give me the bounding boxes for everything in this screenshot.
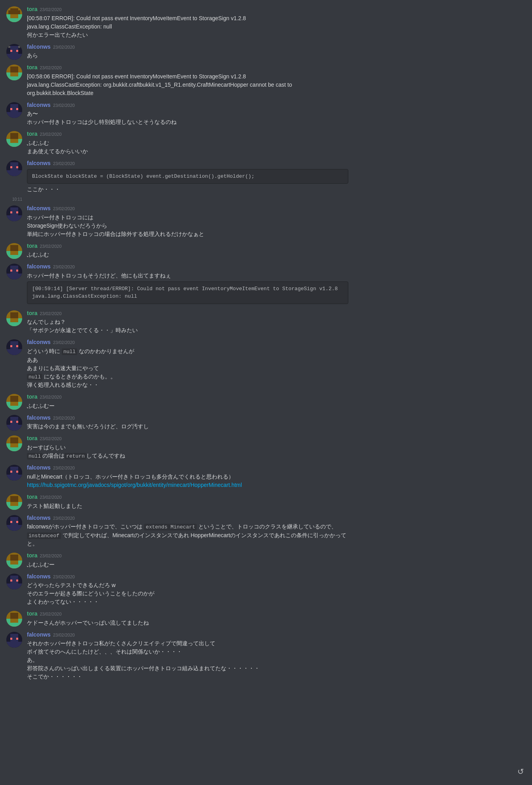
timestamp: 23/02/2020 <box>53 44 75 50</box>
svg-rect-64 <box>10 402 18 406</box>
message-text: あら <box>27 51 348 60</box>
inline-code: return <box>65 453 86 460</box>
svg-rect-36 <box>16 166 18 168</box>
message-content: falconws 23/02/2020 実害は今のままでも無いだろうけど、ログ汚… <box>27 414 348 431</box>
username: tora <box>27 435 37 443</box>
timestamp: 23/02/2020 <box>53 206 75 212</box>
message-content: tora 23/02/2020 テスト鯖起動しました <box>27 493 348 510</box>
avatar <box>6 494 22 510</box>
svg-rect-40 <box>10 211 12 213</box>
message-content: tora 23/02/2020 ふむふむ まあ使えてるからいいか <box>27 130 348 156</box>
message-content: tora 23/02/2020 [00:58:07 ERROR]: Could … <box>27 6 348 39</box>
message-text: あ〜 ホッパー付きトロッコは少し特別処理しないとそうなるのね <box>27 110 348 126</box>
message-group: falconws 23/02/2020 falconwsがホッパー付きトロッコで… <box>0 513 355 550</box>
avatar <box>6 515 22 531</box>
svg-rect-2 <box>8 10 10 14</box>
message-content: tora 23/02/2020 なんでしょね？ 「サボテンが永遠とでてくる・・」… <box>27 310 348 335</box>
svg-rect-42 <box>6 215 22 221</box>
message-text: 実害は今のままでも無いだろうけど、ログ汚すし <box>27 422 348 431</box>
username: falconws <box>27 160 51 167</box>
svg-rect-55 <box>10 318 18 322</box>
username: tora <box>27 393 37 401</box>
username: tora <box>27 552 37 560</box>
code-block: [00:59:14] [Server thread/ERROR]: Could … <box>27 281 348 304</box>
timestamp: 23/02/2020 <box>40 65 61 71</box>
message-content: falconws 23/02/2020 どうやったらテストできるんだろ w その… <box>27 573 348 606</box>
username: falconws <box>27 205 51 213</box>
code-block: BlockState blockState = (BlockState) eve… <box>27 169 348 184</box>
timestamp: 23/02/2020 <box>53 632 75 638</box>
inline-code: null <box>27 453 42 460</box>
message-text: おーすばらしい nullの場合はreturnしてるんですね <box>27 443 348 460</box>
inline-code: null <box>62 348 77 355</box>
username: falconws <box>27 464 51 472</box>
svg-rect-59 <box>16 345 18 347</box>
message-group: tora 23/02/2020 ケドーさんがホッパーでいっぱい流してましたね <box>0 608 355 629</box>
svg-rect-86 <box>16 521 18 523</box>
message-content: falconws 23/02/2020 あ〜 ホッパー付きトロッコは少し特別処理… <box>27 101 348 127</box>
svg-rect-25 <box>10 108 12 110</box>
avatar <box>6 415 22 431</box>
message-text: [00:58:07 ERROR]: Could not pass event I… <box>27 14 348 39</box>
message-text: ふむふむ まあ使えてるからいいか <box>27 139 348 156</box>
username: falconws <box>27 414 51 422</box>
svg-rect-68 <box>16 421 18 423</box>
svg-rect-49 <box>10 270 12 272</box>
username: tora <box>27 242 37 250</box>
avatar <box>6 553 22 568</box>
svg-rect-73 <box>10 443 18 447</box>
avatar <box>6 131 22 147</box>
svg-rect-26 <box>16 108 18 110</box>
svg-rect-15 <box>8 46 10 48</box>
svg-rect-35 <box>10 166 12 168</box>
avatar <box>6 65 22 80</box>
message-content: falconws 23/02/2020 それかホッパー付きトロッコ私がたくさんク… <box>27 631 348 681</box>
svg-rect-3 <box>18 10 20 14</box>
svg-rect-51 <box>6 274 22 279</box>
avatar <box>6 632 22 648</box>
timestamp: 23/02/2020 <box>53 415 75 421</box>
username: falconws <box>27 101 51 109</box>
avatar <box>6 394 22 410</box>
avatar <box>6 243 22 259</box>
svg-rect-100 <box>10 619 18 623</box>
svg-rect-87 <box>6 525 22 531</box>
timestamp: 23/02/2020 <box>53 465 75 471</box>
message-content: falconws 23/02/2020 ホッパー付きトロッコには Storage… <box>27 205 348 238</box>
svg-rect-46 <box>10 251 18 255</box>
link[interactable]: https://hub.spigotmc.org/javadocs/spigot… <box>27 482 242 488</box>
message-text: ホッパー付きトロッコもそうだけど、他にも出てますねぇ [00:59:14] [S… <box>27 272 348 304</box>
message-group: tora 23/02/2020 なんでしょね？ 「サボテンが永遠とでてくる・・」… <box>0 308 355 336</box>
svg-rect-82 <box>10 502 18 506</box>
message-header: tora 23/02/2020 <box>27 6 348 13</box>
message-header: tora 23/02/2020 <box>27 242 348 250</box>
jump-to-present-icon[interactable]: ↺ <box>516 764 526 779</box>
message-text: ふむふむー <box>27 402 348 410</box>
message-text: nullとMinecart（トロッコ、ホッパー付きトロッコも多分含んでくれると思… <box>27 473 348 489</box>
message-text: テスト鯖起動しました <box>27 502 348 510</box>
timestamp: 23/02/2020 <box>40 394 61 400</box>
message-header: falconws 23/02/2020 <box>27 464 348 472</box>
message-header: tora 23/02/2020 <box>27 393 348 401</box>
message-header: falconws 23/02/2020 <box>27 414 348 422</box>
message-content: tora 23/02/2020 ふむふむー <box>27 393 348 410</box>
username: falconws <box>27 338 51 346</box>
message-content: falconws 23/02/2020 nullとMinecart（トロッコ、ホ… <box>27 464 348 489</box>
message-header: falconws 23/02/2020 <box>27 160 348 167</box>
message-header: falconws 23/02/2020 <box>27 205 348 213</box>
chat-container: tora 23/02/2020 [00:58:07 ERROR]: Could … <box>0 0 355 687</box>
bottom-bar: ↺ <box>516 764 526 779</box>
message-text: BlockState blockState = (BlockState) eve… <box>27 169 348 194</box>
username: tora <box>27 493 37 501</box>
message-text: それかホッパー付きトロッコ私がたくさんクリエイティブで間違って出して ポイ捨てそ… <box>27 639 348 681</box>
message-header: tora 23/02/2020 <box>27 130 348 138</box>
username: falconws <box>27 43 51 51</box>
username: tora <box>27 6 37 13</box>
message-group: tora 23/02/2020 ふむふむー <box>0 550 355 570</box>
message-content: falconws 23/02/2020 どういう時に null なのかわかりませ… <box>27 338 348 389</box>
svg-rect-8 <box>10 14 18 18</box>
username: tora <box>27 130 37 138</box>
timestamp: 23/02/2020 <box>53 103 75 108</box>
username: falconws <box>27 573 51 581</box>
timestamp: 23/02/2020 <box>53 574 75 580</box>
